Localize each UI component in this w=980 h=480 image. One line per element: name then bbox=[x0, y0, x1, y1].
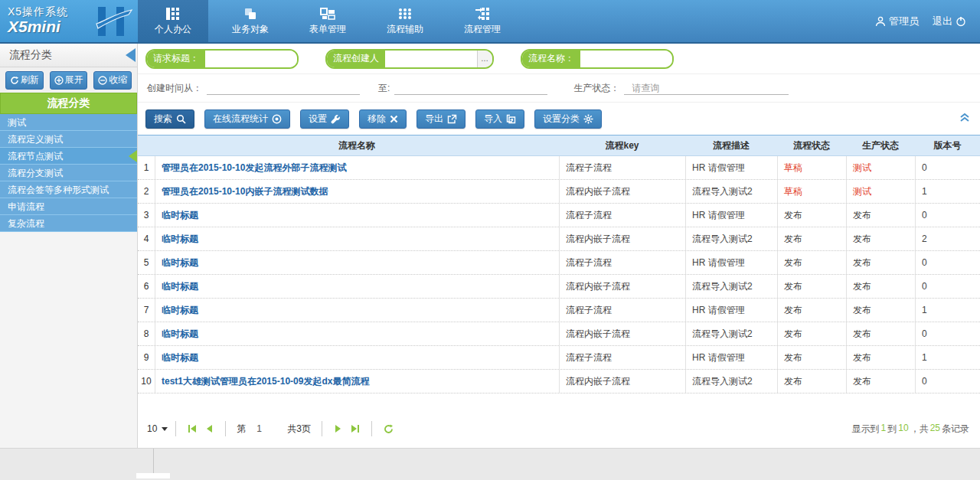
process-name-link[interactable]: 临时标题 bbox=[162, 304, 198, 317]
process-status-cell: 草稿 bbox=[777, 180, 846, 203]
user-icon bbox=[875, 16, 886, 27]
page-prefix: 第 bbox=[237, 423, 246, 436]
created-from-input[interactable] bbox=[207, 81, 360, 95]
prod-status-cell: 发布 bbox=[846, 275, 915, 298]
creator-input[interactable] bbox=[385, 51, 477, 67]
current-user[interactable]: 管理员 bbox=[875, 15, 919, 28]
refresh-label: 刷新 bbox=[21, 73, 39, 87]
process-name-link[interactable]: 临时标题 bbox=[162, 233, 198, 246]
page-size-value: 10 bbox=[147, 423, 157, 434]
export-button[interactable]: 导出 bbox=[416, 109, 466, 129]
version-cell: 1 bbox=[915, 346, 980, 369]
import-button[interactable]: 导入 bbox=[475, 109, 524, 129]
prod-status-cell: 发布 bbox=[846, 251, 915, 274]
panel-collapse-arrow-icon[interactable] bbox=[126, 48, 136, 62]
next-page-button[interactable] bbox=[330, 420, 347, 437]
process-key-cell: 流程子流程 bbox=[559, 156, 685, 179]
table-row[interactable]: 10 test1大雄测试管理员在2015-10-09发起dx最简流程 流程内嵌子… bbox=[138, 370, 980, 393]
creator-picker-button[interactable]: … bbox=[477, 51, 492, 67]
collapse-panel-chevron-icon[interactable] bbox=[959, 112, 971, 122]
process-name-link[interactable]: 管理员在2015-10-10发起流程外部子流程测试 bbox=[162, 162, 346, 175]
logout-button[interactable]: 退出 bbox=[933, 15, 966, 28]
process-name-link[interactable]: 临时标题 bbox=[162, 328, 198, 341]
nav-item-personal-office[interactable]: 个人办公 bbox=[138, 0, 208, 42]
app-logo: X5操作系统 X5mini bbox=[0, 0, 138, 42]
process-name-cell: 临时标题 bbox=[155, 204, 559, 227]
sidebar: 流程分类 刷新 展开 bbox=[0, 44, 138, 448]
first-page-button[interactable] bbox=[184, 420, 201, 437]
col-header-key: 流程key bbox=[559, 139, 685, 152]
table-row[interactable]: 8 临时标题 流程内嵌子流程 流程导入测试2 发布 发布 0 bbox=[138, 322, 980, 346]
expand-button[interactable]: 展开 bbox=[50, 71, 88, 90]
online-process-stats-button[interactable]: 在线流程统计 bbox=[204, 109, 290, 129]
category-item-label: 复杂流程 bbox=[8, 218, 44, 229]
request-title-input[interactable] bbox=[205, 51, 297, 67]
version-cell: 2 bbox=[915, 227, 980, 250]
nav-item-process-manage[interactable]: 流程管理 bbox=[447, 0, 518, 42]
process-desc-cell: 流程导入测试2 bbox=[685, 227, 777, 250]
nav-item-form-manage[interactable]: 表单管理 bbox=[292, 0, 363, 42]
process-key-cell: 流程内嵌子流程 bbox=[559, 180, 685, 203]
category-item-label: 申请流程 bbox=[8, 201, 44, 212]
table-row[interactable]: 3 临时标题 流程子流程 HR 请假管理 发布 发布 0 bbox=[138, 204, 980, 227]
category-item[interactable]: 流程分支测试 bbox=[0, 165, 137, 181]
prod-status-select[interactable]: 请查询 bbox=[624, 81, 789, 95]
pager-refresh-button[interactable] bbox=[380, 420, 397, 437]
table-row[interactable]: 4 临时标题 流程内嵌子流程 流程导入测试2 发布 发布 2 bbox=[138, 227, 980, 251]
wrench-icon bbox=[331, 114, 341, 124]
set-category-button[interactable]: 设置分类 bbox=[534, 109, 602, 129]
action-toolbar: 搜索 在线流程统计 设置 移除 bbox=[138, 103, 980, 135]
remove-label: 移除 bbox=[368, 113, 386, 126]
panel-drag-handle[interactable] bbox=[136, 473, 170, 478]
sidebar-panel-title: 流程分类 bbox=[9, 48, 52, 62]
category-item[interactable]: 复杂流程 bbox=[0, 215, 137, 232]
created-to-input[interactable] bbox=[394, 81, 547, 95]
pagination-bar: 10 第 1 共3页 bbox=[138, 413, 980, 444]
settings-button[interactable]: 设置 bbox=[300, 109, 349, 129]
process-name-link[interactable]: 临时标题 bbox=[162, 351, 198, 364]
settings-label: 设置 bbox=[309, 113, 327, 126]
category-item[interactable]: 流程定义测试 bbox=[0, 131, 137, 148]
current-page-input[interactable]: 1 bbox=[252, 423, 273, 434]
category-item[interactable]: 流程会签等多种形式测试 bbox=[0, 181, 137, 198]
export-icon bbox=[447, 114, 457, 124]
row-index: 6 bbox=[138, 275, 155, 298]
nav-item-process-assist[interactable]: 流程辅助 bbox=[370, 0, 440, 42]
sidebar-panel-header: 流程分类 bbox=[0, 44, 137, 67]
last-page-button[interactable] bbox=[347, 420, 364, 437]
table-row[interactable]: 2 管理员在2015-10-10内嵌子流程测试数据 流程内嵌子流程 流程导入测试… bbox=[138, 180, 980, 204]
process-name-link[interactable]: 临时标题 bbox=[162, 209, 198, 222]
category-item[interactable]: 流程节点测试 bbox=[0, 148, 137, 165]
refresh-button[interactable]: 刷新 bbox=[5, 71, 44, 90]
nav-item-business-object[interactable]: 业务对象 bbox=[215, 0, 286, 42]
row-index: 9 bbox=[138, 346, 155, 369]
process-status-cell: 发布 bbox=[777, 322, 846, 345]
process-name-input[interactable] bbox=[580, 51, 672, 67]
version-cell: 0 bbox=[915, 322, 980, 345]
row-index: 2 bbox=[138, 180, 155, 203]
prev-page-button[interactable] bbox=[201, 420, 217, 437]
process-name-cell: 临时标题 bbox=[155, 299, 559, 322]
page-size-select[interactable]: 10 bbox=[147, 423, 168, 434]
category-item[interactable]: 申请流程 bbox=[0, 198, 137, 215]
search-icon bbox=[176, 114, 186, 124]
table-row[interactable]: 6 临时标题 流程内嵌子流程 流程导入测试2 发布 发布 0 bbox=[138, 275, 980, 299]
process-name-link[interactable]: 管理员在2015-10-10内嵌子流程测试数据 bbox=[162, 185, 328, 198]
summary-to-word: 到 bbox=[887, 423, 897, 436]
to-label: 至: bbox=[378, 82, 390, 95]
process-name-link[interactable]: test1大雄测试管理员在2015-10-09发起dx最简流程 bbox=[162, 375, 369, 388]
process-name-link[interactable]: 临时标题 bbox=[162, 280, 198, 293]
table-row[interactable]: 7 临时标题 流程子流程 HR 请假管理 发布 发布 1 bbox=[138, 299, 980, 322]
table-row[interactable]: 9 临时标题 流程子流程 HR 请假管理 发布 发布 1 bbox=[138, 346, 980, 370]
import-label: 导入 bbox=[484, 113, 502, 126]
search-button[interactable]: 搜索 bbox=[145, 109, 194, 129]
collapse-button[interactable]: 收缩 bbox=[93, 71, 132, 90]
category-item[interactable]: 测试 bbox=[0, 114, 137, 131]
remove-button[interactable]: 移除 bbox=[359, 109, 407, 129]
table-row[interactable]: 5 临时标题 流程子流程 HR 请假管理 发布 发布 0 bbox=[138, 251, 980, 275]
process-name-link[interactable]: 临时标题 bbox=[162, 256, 198, 269]
col-header-name: 流程名称 bbox=[155, 139, 559, 152]
table-row[interactable]: 1 管理员在2015-10-10发起流程外部子流程测试 流程子流程 HR 请假管… bbox=[138, 156, 980, 180]
collapse-label: 收缩 bbox=[109, 73, 127, 87]
search-label: 搜索 bbox=[154, 113, 172, 126]
